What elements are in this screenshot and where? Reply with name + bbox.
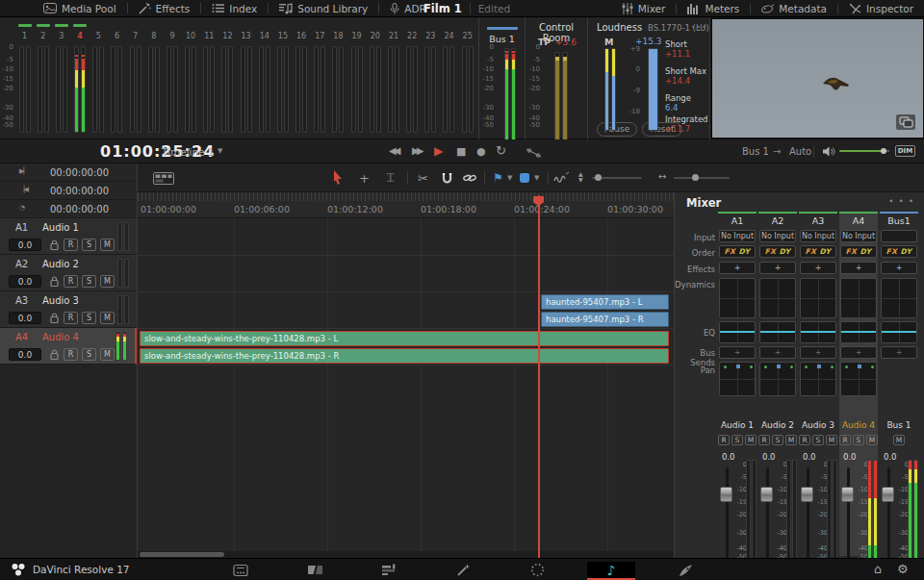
timecode-field-value[interactable]: 00:00:00:00 — [50, 167, 109, 178]
lock-icon[interactable] — [50, 240, 59, 250]
page-deliver-button[interactable] — [661, 562, 709, 578]
loop-button[interactable]: ↻ — [496, 143, 506, 158]
automation-icon[interactable] — [526, 147, 543, 159]
pan-panel[interactable] — [719, 362, 756, 396]
strip-r-button[interactable]: R — [799, 435, 810, 445]
rewind-button[interactable]: ◀◀ — [389, 145, 398, 156]
eq-panel[interactable] — [840, 321, 877, 343]
page-cut-button[interactable] — [291, 562, 339, 578]
lock-icon[interactable] — [50, 349, 59, 360]
link-clips-icon[interactable] — [463, 172, 476, 184]
loudness-menu-icon[interactable]: • • • — [692, 23, 706, 30]
eq-panel[interactable] — [800, 321, 836, 343]
record-button[interactable]: ● — [476, 145, 486, 158]
fixed-playhead-icon[interactable] — [553, 171, 571, 185]
eq-panel[interactable] — [719, 321, 756, 343]
track-r-button[interactable]: R — [64, 275, 78, 288]
home-icon[interactable]: ⌂ — [874, 562, 882, 576]
bus-send-add-button[interactable]: + — [719, 346, 756, 359]
sound-library-button[interactable]: Sound Library — [269, 0, 378, 16]
input-selector[interactable]: No Input — [840, 230, 877, 242]
strip-name[interactable]: Audio 4 — [839, 420, 878, 430]
media-pool-button[interactable]: Media Pool — [33, 0, 127, 16]
flag-icon[interactable]: ⚑ — [493, 171, 503, 185]
trim-tool-icon[interactable]: + — [359, 171, 370, 186]
strip-name[interactable]: Audio 1 — [718, 420, 757, 430]
dynamics-panel[interactable] — [881, 278, 917, 318]
input-selector[interactable] — [881, 230, 917, 242]
vertical-zoom-icon[interactable]: ▲▼ — [578, 171, 583, 183]
strip-name[interactable]: Audio 3 — [799, 420, 837, 430]
edit-selection-tool-icon[interactable]: Ɪ — [387, 171, 394, 185]
monitor-bus-label[interactable]: Bus 1 — [742, 146, 769, 157]
dynamics-panel[interactable] — [800, 278, 836, 318]
page-fairlight-button[interactable]: ♪ — [587, 562, 635, 578]
pan-panel[interactable] — [840, 362, 877, 396]
order-selector[interactable]: FX DY EQ — [719, 245, 756, 258]
horizontal-zoom-icon[interactable]: ↔ — [658, 171, 666, 182]
strip-m-button[interactable]: M — [893, 435, 905, 445]
track-r-button[interactable]: R — [64, 348, 78, 361]
mixer-button[interactable]: Mixer — [611, 0, 677, 17]
strip-s-button[interactable]: S — [772, 435, 783, 445]
marker-chevron-icon[interactable]: ▼ — [534, 174, 539, 182]
track-s-button[interactable]: S — [82, 348, 96, 361]
strip-m-button[interactable]: M — [866, 435, 878, 445]
pan-panel[interactable] — [759, 362, 796, 396]
track-m-button[interactable]: M — [100, 275, 115, 288]
fader-track[interactable] — [847, 467, 850, 571]
flag-chevron-icon[interactable]: ▼ — [507, 174, 512, 182]
playhead-line[interactable] — [538, 195, 540, 558]
lock-icon[interactable] — [50, 276, 59, 287]
strip-m-button[interactable]: M — [785, 435, 797, 445]
bus-send-add-button[interactable]: + — [840, 346, 877, 359]
metadata-button[interactable]: Metadata — [751, 0, 837, 17]
effects-add-button[interactable]: + — [759, 262, 796, 274]
track-gain-value[interactable]: 0.0 — [9, 239, 41, 251]
track-m-button[interactable]: M — [100, 239, 115, 251]
page-media-button[interactable] — [217, 562, 265, 578]
strip-name[interactable]: Bus 1 — [880, 420, 918, 430]
strip-m-button[interactable]: M — [745, 435, 757, 445]
timecode-field-value[interactable]: 00:00:00:00 — [50, 204, 109, 214]
effects-add-button[interactable]: + — [719, 262, 756, 274]
razor-tool-icon[interactable]: ✂ — [418, 171, 428, 186]
order-selector[interactable]: FX DY EQ — [840, 245, 877, 258]
dynamics-panel[interactable] — [759, 278, 796, 318]
track-header-a2[interactable]: A2Audio 20.0RSM — [0, 255, 137, 291]
volume-slider-thumb[interactable] — [881, 148, 886, 154]
strip-s-button[interactable]: S — [812, 435, 824, 445]
strip-r-button[interactable]: R — [758, 435, 770, 445]
inspector-button[interactable]: Inspector — [838, 0, 924, 17]
order-selector[interactable]: FX DY EQ — [759, 245, 796, 258]
eq-panel[interactable] — [881, 321, 917, 343]
effects-add-button[interactable]: + — [800, 262, 836, 274]
track-r-button[interactable]: R — [64, 312, 78, 324]
audio-clip-a3-left[interactable]: haunted-95407.mp3 - L — [541, 294, 669, 310]
strip-r-button[interactable]: R — [718, 435, 730, 445]
track-header-a3[interactable]: A3Audio 30.0RSM — [0, 291, 137, 328]
audio-clip-a3-right[interactable]: haunted-95407.mp3 - R — [541, 312, 669, 327]
horizontal-zoom-thumb[interactable] — [692, 174, 699, 181]
monitor-mode-label[interactable]: Auto — [789, 146, 811, 157]
strip-r-button[interactable]: R — [839, 435, 851, 445]
timeline-lanes[interactable]: haunted-95407.mp3 - Lhaunted-95407.mp3 -… — [138, 218, 674, 558]
fader-track[interactable] — [807, 467, 809, 571]
marker-icon[interactable] — [520, 173, 529, 183]
selection-tool-icon[interactable] — [332, 170, 344, 185]
expand-viewer-icon[interactable] — [896, 114, 915, 130]
bus-send-add-button[interactable]: + — [759, 346, 796, 359]
track-r-button[interactable]: R — [64, 239, 78, 251]
track-s-button[interactable]: S — [82, 312, 96, 324]
strip-s-button[interactable]: S — [853, 435, 864, 445]
order-selector[interactable]: FX DY EQ — [800, 245, 836, 258]
audio-clip-a4-right[interactable]: slow-and-steady-wins-the-prey-110428.mp3… — [140, 348, 669, 364]
track-gain-value[interactable]: 0.0 — [9, 348, 41, 361]
index-button[interactable]: Index — [201, 0, 268, 16]
effects-button[interactable]: Effects — [128, 0, 201, 16]
horizontal-scrollbar[interactable] — [138, 551, 674, 558]
loudness-pause-button[interactable]: Pause — [597, 122, 637, 137]
speaker-icon[interactable] — [822, 145, 835, 158]
audio-clip-a4-left[interactable]: slow-and-steady-wins-the-prey-110428.mp3… — [140, 331, 669, 346]
timeline-ruler[interactable]: 01:00:00:0001:00:06:0001:00:12:0001:00:1… — [138, 192, 674, 218]
